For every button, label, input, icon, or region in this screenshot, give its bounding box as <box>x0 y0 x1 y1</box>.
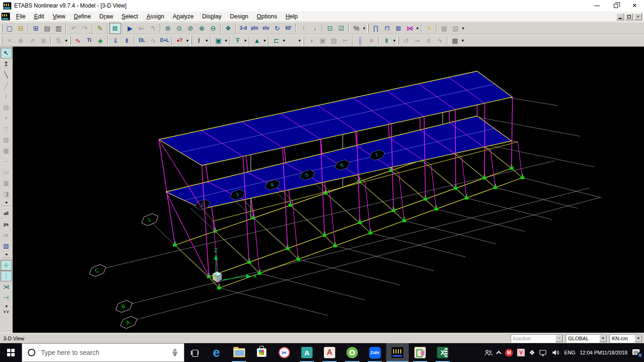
edit-model-button[interactable]: ✎ <box>94 23 106 34</box>
menu-design[interactable]: Design <box>226 12 253 21</box>
taskbar-app-explorer-icon[interactable] <box>228 343 250 362</box>
start-button[interactable] <box>0 343 22 362</box>
eccentric-frame-template-button[interactable]: ⊠ <box>393 23 404 34</box>
support-assign-button-dropdown[interactable]: ▼ <box>243 35 248 46</box>
snap-to-joints-button[interactable]: ⊹ <box>0 260 12 271</box>
taskbar-app-coccoc-icon[interactable] <box>341 343 363 362</box>
taskbar-app-store-icon[interactable] <box>250 343 273 362</box>
previous-selection-button[interactable]: ps <box>0 219 12 230</box>
menu-file[interactable]: File <box>12 12 30 21</box>
taskbar-app-excel-icon[interactable]: X <box>431 343 454 362</box>
taskbar-app-structure-icon[interactable] <box>409 343 431 362</box>
menu-view[interactable]: View <box>49 12 70 21</box>
language-indicator[interactable]: ENG <box>564 350 576 355</box>
portal-frame-template-button[interactable]: ∏ <box>370 23 381 34</box>
menu-display[interactable]: Display <box>198 12 226 21</box>
select-window-button[interactable]: ⊡ <box>324 23 336 34</box>
chevron-down-icon[interactable]: ▼ <box>555 335 563 342</box>
assign-frame-load-button[interactable]: ⇟ <box>121 35 132 46</box>
taskbar-app-etabs-icon[interactable] <box>386 343 409 362</box>
people-icon[interactable] <box>484 349 493 356</box>
collapse-draw-toolbar-button[interactable]: ◂ <box>0 199 12 205</box>
taskbar-app-autocad-icon[interactable]: A <box>318 343 341 362</box>
channel-section-button-dropdown[interactable]: ▼ <box>282 35 286 46</box>
mdi-restore-button[interactable] <box>625 13 633 20</box>
more-side-tools-button[interactable]: ∨∨ <box>0 309 12 314</box>
minimize-button[interactable] <box>587 0 606 11</box>
show-hidden-icons-button[interactable] <box>497 350 501 355</box>
menu-analyze[interactable]: Analyze <box>168 12 198 21</box>
menu-define[interactable]: Define <box>70 12 95 21</box>
select-all-objects-button[interactable]: all <box>0 208 12 219</box>
move-down-in-list-button[interactable]: ↓ <box>309 23 321 34</box>
taskbar-app-cad-icon[interactable]: A <box>296 343 318 362</box>
model-3d-view[interactable]: 2345671CBAXZ <box>13 47 644 333</box>
view-3d-button[interactable]: 3-d <box>238 23 249 34</box>
invert-selection-button[interactable]: ▨ <box>0 240 12 251</box>
load-combo-dl-button[interactable]: DL <box>136 35 148 46</box>
volume-icon[interactable] <box>552 349 560 356</box>
restore-button[interactable] <box>606 0 625 11</box>
coordinate-system-select[interactable]: GLOBAL ▼ <box>566 334 607 343</box>
microphone-icon[interactable] <box>172 349 178 356</box>
frame-section-button-dropdown[interactable]: ▼ <box>205 35 209 46</box>
get-previous-selection-button-dropdown[interactable]: ▼ <box>362 23 366 34</box>
mdi-close-button[interactable]: × <box>634 13 642 20</box>
select-all-button[interactable]: ☑ <box>336 23 347 34</box>
clock[interactable]: 12:04 PM 11/18/2018 <box>580 349 627 356</box>
more-sections-button[interactable] <box>286 35 297 46</box>
assign-wind-load-button[interactable]: ⇟ <box>381 35 392 46</box>
chevron-down-icon[interactable]: ▼ <box>635 335 642 342</box>
taskbar-app-zalo-icon[interactable]: Zalo <box>363 343 386 362</box>
action-center-button[interactable]: 5 <box>632 348 641 357</box>
menu-assign[interactable]: Assign <box>142 12 169 21</box>
select-pointer-button[interactable]: ↖ <box>0 48 12 58</box>
open-file-button[interactable]: ⊟ <box>15 23 26 34</box>
replicate-button-dropdown[interactable]: ▼ <box>64 35 68 46</box>
search-input[interactable] <box>40 348 166 357</box>
deck-section-button[interactable]: ▲ <box>251 35 263 46</box>
view-plan-button[interactable]: pln <box>249 23 260 34</box>
perspective-toggle-button[interactable]: 60' <box>283 23 294 34</box>
deck-section-button-dropdown[interactable]: ▼ <box>263 35 267 46</box>
support-assign-button[interactable]: Ŧ <box>232 35 243 46</box>
zoom-in-button[interactable]: ⊕ <box>196 23 207 34</box>
show-rows-button[interactable]: ≡ <box>366 35 377 46</box>
braced-frame-template-button[interactable]: ⊓ <box>381 23 393 34</box>
taskbar-search[interactable] <box>22 343 184 362</box>
truss-template-button-dropdown[interactable]: ▼ <box>415 23 420 34</box>
more-sections-button-dropdown[interactable]: ▼ <box>297 35 302 46</box>
snap-to-perpendicular-button[interactable]: ⊣ <box>0 292 12 303</box>
assign-joint-load-button[interactable]: ⇓ <box>110 35 121 46</box>
load-combo-dle-button[interactable]: D+L <box>159 35 170 46</box>
restore-full-view-button[interactable]: ⊙ <box>173 23 185 34</box>
draw-line-button[interactable]: ╲ <box>0 69 12 80</box>
save-button[interactable]: ⊞ <box>30 23 41 34</box>
task-view-button[interactable] <box>184 343 205 362</box>
design-concrete-button-dropdown[interactable]: ▼ <box>461 23 465 34</box>
define-function-curve-button[interactable]: ∿ <box>72 35 83 46</box>
chevron-down-icon[interactable]: ▼ <box>599 335 607 342</box>
menu-edit[interactable]: Edit <box>30 12 49 21</box>
menu-select[interactable]: Select <box>117 12 142 21</box>
v-app-tray-icon[interactable]: V <box>517 349 525 356</box>
assign-wind-load-button-dropdown[interactable]: ▼ <box>392 35 396 46</box>
define-layered-section-button[interactable]: ◈ <box>95 35 106 46</box>
close-button[interactable]: × <box>625 0 644 11</box>
previous-zoom-button[interactable]: ⊘ <box>185 23 196 34</box>
collapse-snap-toolbar-button[interactable]: ◂ <box>0 303 12 309</box>
show-columns-button[interactable]: ║ <box>355 35 366 46</box>
reshape-object-button[interactable]: ↥ <box>0 58 12 69</box>
run-analysis-button[interactable]: ϟ <box>423 23 435 34</box>
menu-options[interactable]: Options <box>253 12 281 21</box>
taskbar-app-edge-icon[interactable]: e <box>205 343 228 362</box>
whats-this-help-button-dropdown[interactable]: ▼ <box>185 35 190 46</box>
snap-to-intersections-button[interactable]: ⋊ <box>0 281 12 292</box>
snap-to-midpoints-button[interactable]: ⋮ <box>0 271 12 281</box>
menu-help[interactable]: Help <box>281 12 302 21</box>
view-elevation-button[interactable]: elv <box>260 23 272 34</box>
truss-template-button[interactable]: ⋈ <box>404 23 415 34</box>
pan-button[interactable]: ❖ <box>223 23 234 34</box>
zoom-out-button[interactable]: ⊖ <box>207 23 219 34</box>
taskbar-app-snip-icon[interactable]: ✂ <box>273 343 296 362</box>
